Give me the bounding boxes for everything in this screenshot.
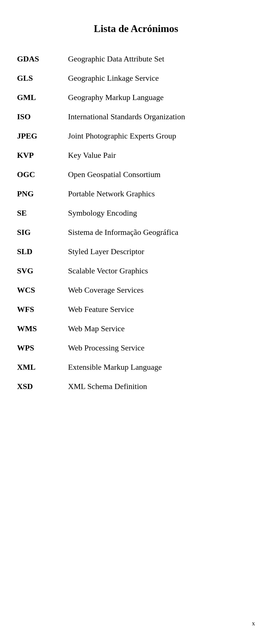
acronym-definition: Symbology Encoding [68,209,137,218]
acronym-code: GDAS [17,54,68,63]
acronym-definition: Web Coverage Services [68,286,144,295]
acronym-definition: Portable Network Graphics [68,189,155,198]
acronym-code: XSD [17,382,68,391]
acronym-row: SESymbology Encoding [17,209,255,218]
acronym-row: JPEGJoint Photographic Experts Group [17,131,255,141]
page-title: Lista de Acrónimos [17,23,255,35]
acronym-code: OGC [17,170,68,179]
acronym-code: GML [17,93,68,102]
acronym-row: ISOInternational Standards Organization [17,112,255,121]
acronym-definition: Geographic Data Attribute Set [68,54,164,63]
acronym-row: XMLExtensible Markup Language [17,363,255,372]
acronym-row: WPSWeb Processing Service [17,343,255,352]
acronym-code: SE [17,209,68,218]
acronym-row: KVPKey Value Pair [17,151,255,160]
acronym-code: WMS [17,324,68,333]
page-number: x [252,620,255,627]
acronym-code: WPS [17,343,68,352]
acronym-row: OGCOpen Geospatial Consortium [17,170,255,179]
acronym-row: GDASGeographic Data Attribute Set [17,54,255,63]
acronym-row: GMLGeography Markup Language [17,93,255,102]
acronym-definition: International Standards Organization [68,112,185,121]
acronym-definition: Styled Layer Descriptor [68,247,144,256]
acronym-row: SIGSistema de Informação Geográfica [17,228,255,237]
acronym-definition: Geography Markup Language [68,93,163,102]
acronym-definition: Extensible Markup Language [68,363,162,372]
acronym-definition: Key Value Pair [68,151,116,160]
acronym-definition: XML Schema Definition [68,382,147,391]
acronym-row: SLDStyled Layer Descriptor [17,247,255,256]
acronym-row: SVGScalable Vector Graphics [17,266,255,275]
acronym-row: XSDXML Schema Definition [17,382,255,391]
acronym-code: GLS [17,74,68,83]
acronym-code: SIG [17,228,68,237]
page-container: Lista de Acrónimos GDASGeographic Data A… [0,0,272,644]
acronym-definition: Scalable Vector Graphics [68,266,148,275]
acronym-code: WFS [17,305,68,314]
acronym-code: XML [17,363,68,372]
acronym-row: PNGPortable Network Graphics [17,189,255,198]
acronym-row: WCSWeb Coverage Services [17,286,255,295]
acronym-code: WCS [17,286,68,295]
acronym-code: KVP [17,151,68,160]
acronym-code: SVG [17,266,68,275]
acronym-definition: Open Geospatial Consortium [68,170,161,179]
acronym-code: JPEG [17,131,68,141]
acronym-definition: Joint Photographic Experts Group [68,131,176,141]
acronym-definition: Web Processing Service [68,343,144,352]
acronym-code: SLD [17,247,68,256]
acronym-definition: Web Feature Service [68,305,134,314]
acronym-row: GLSGeographic Linkage Service [17,74,255,83]
acronym-row: WMSWeb Map Service [17,324,255,333]
acronym-definition: Geographic Linkage Service [68,74,159,83]
acronym-code: ISO [17,112,68,121]
acronym-code: PNG [17,189,68,198]
acronym-row: WFSWeb Feature Service [17,305,255,314]
acronym-definition: Web Map Service [68,324,125,333]
acronym-list: GDASGeographic Data Attribute SetGLSGeog… [17,54,255,391]
acronym-definition: Sistema de Informação Geográfica [68,228,178,237]
